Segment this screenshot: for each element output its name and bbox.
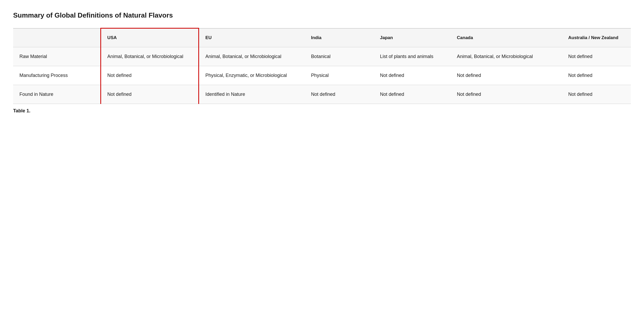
row-label-found-in-nature: Found in Nature: [13, 85, 101, 104]
header-japan: Japan: [374, 28, 451, 47]
cell-raw-material-eu: Animal, Botanical, or Microbiological: [199, 47, 305, 66]
page-title: Summary of Global Definitions of Natural…: [13, 11, 631, 20]
cell-raw-material-india: Botanical: [305, 47, 373, 66]
header-row-label: [13, 28, 101, 47]
cell-raw-material-canada: Animal, Botanical, or Microbiological: [451, 47, 562, 66]
header-usa: USA: [101, 28, 199, 47]
cell-found-in-nature-aunz: Not defined: [562, 85, 631, 104]
cell-manufacturing-eu: Physical, Enzymatic, or Microbiological: [199, 66, 305, 85]
cell-manufacturing-india: Physical: [305, 66, 373, 85]
header-canada: Canada: [451, 28, 562, 47]
cell-raw-material-aunz: Not defined: [562, 47, 631, 66]
header-india: India: [305, 28, 373, 47]
cell-found-in-nature-usa: Not defined: [101, 85, 199, 104]
table-row: Raw Material Animal, Botanical, or Micro…: [13, 47, 631, 66]
header-aunz: Australia / New Zealand: [562, 28, 631, 47]
cell-manufacturing-aunz: Not defined: [562, 66, 631, 85]
cell-found-in-nature-eu: Identified in Nature: [199, 85, 305, 104]
row-label-manufacturing-process: Manufacturing Process: [13, 66, 101, 85]
row-label-raw-material: Raw Material: [13, 47, 101, 66]
cell-found-in-nature-japan: Not defined: [374, 85, 451, 104]
table-caption: Table 1.: [13, 108, 631, 114]
definitions-table: USA EU India Japan Canada Australia / Ne…: [13, 28, 631, 104]
header-eu: EU: [199, 28, 305, 47]
table-row: Manufacturing Process Not defined Physic…: [13, 66, 631, 85]
cell-raw-material-usa: Animal, Botanical, or Microbiological: [101, 47, 199, 66]
cell-manufacturing-usa: Not defined: [101, 66, 199, 85]
cell-raw-material-japan: List of plants and animals: [374, 47, 451, 66]
cell-found-in-nature-canada: Not defined: [451, 85, 562, 104]
cell-manufacturing-japan: Not defined: [374, 66, 451, 85]
table-header-row: USA EU India Japan Canada Australia / Ne…: [13, 28, 631, 47]
cell-manufacturing-canada: Not defined: [451, 66, 562, 85]
table-row: Found in Nature Not defined Identified i…: [13, 85, 631, 104]
cell-found-in-nature-india: Not defined: [305, 85, 373, 104]
